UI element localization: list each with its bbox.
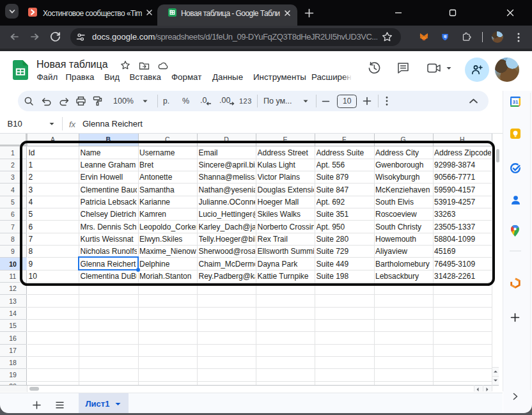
svg-text:31: 31 [512, 99, 518, 105]
svg-text:B: B [444, 35, 446, 38]
